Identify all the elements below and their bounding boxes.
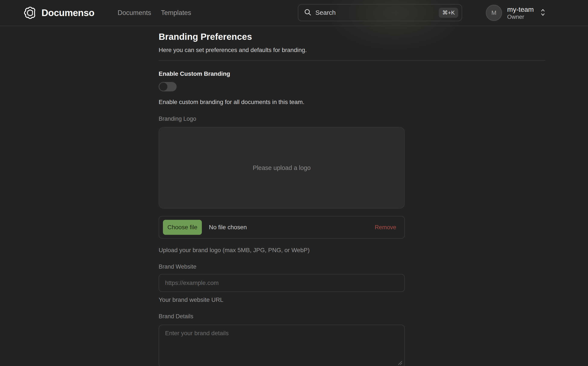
logo-helper-text: Upload your brand logo (max 5MB, JPG, PN… — [159, 247, 546, 254]
enable-custom-branding-description: Enable custom branding for all documents… — [159, 98, 546, 106]
dropzone-text: Please upload a logo — [253, 164, 311, 171]
primary-nav: Documents Templates — [118, 0, 191, 26]
logo-dropzone[interactable]: Please upload a logo — [159, 127, 405, 209]
remove-logo-button[interactable]: Remove — [375, 224, 396, 231]
team-switcher[interactable]: M my-team Owner — [486, 5, 546, 21]
toggle-knob — [159, 83, 167, 91]
search-bar[interactable]: ⌘+K — [298, 4, 462, 21]
page-title: Branding Preferences — [159, 32, 546, 42]
team-name: my-team — [507, 6, 534, 13]
page-description: Here you can set preferences and default… — [159, 46, 546, 54]
brand-website-input[interactable] — [159, 274, 405, 292]
brand-home-link[interactable]: Documenso — [23, 6, 94, 19]
search-shortcut-badge: ⌘+K — [439, 8, 458, 18]
enable-custom-branding-toggle[interactable] — [159, 82, 176, 92]
brand-website-label: Brand Website — [159, 263, 546, 270]
section-divider — [159, 60, 545, 61]
search-icon — [304, 8, 312, 17]
documenso-logo-icon — [23, 6, 37, 19]
choose-file-button[interactable]: Choose file — [163, 220, 202, 235]
brand-website-helper: Your brand website URL — [159, 296, 546, 304]
branding-logo-label: Branding Logo — [159, 115, 546, 122]
logo-file-input-row: Choose file No file chosen Remove — [159, 216, 405, 239]
team-role: Owner — [507, 14, 534, 20]
enable-custom-branding-label: Enable Custom Branding — [159, 70, 546, 77]
branding-preferences-panel: Branding Preferences Here you can set pr… — [159, 26, 546, 366]
brand-details-label: Brand Details — [159, 313, 546, 320]
brand-details-textarea[interactable] — [159, 325, 405, 366]
nav-link-templates[interactable]: Templates — [161, 9, 191, 17]
top-nav: Documenso Documents Templates ⌘+K M my-t… — [0, 0, 588, 26]
brand-name: Documenso — [42, 8, 94, 18]
avatar: M — [486, 5, 502, 21]
file-status-text: No file chosen — [209, 224, 247, 231]
search-input[interactable] — [315, 9, 439, 16]
resize-grip-icon[interactable] — [396, 358, 403, 366]
chevron-up-down-icon — [540, 8, 546, 18]
nav-link-documents[interactable]: Documents — [118, 9, 151, 17]
